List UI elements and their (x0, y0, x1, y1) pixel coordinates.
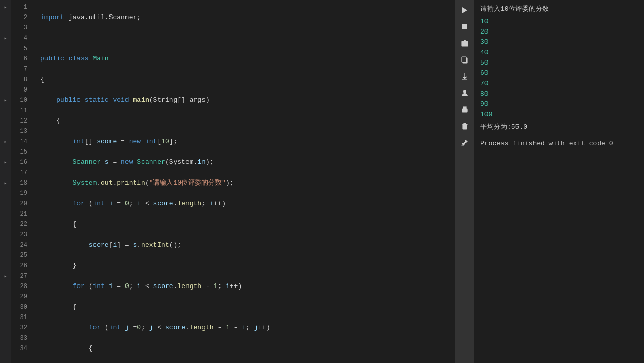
run-button[interactable] (458, 3, 472, 18)
gutter-icon-11 (2, 107, 10, 115)
gutter-icon-12 (2, 117, 10, 125)
output-num-4: 40 (480, 48, 638, 58)
output-process: Process finished with exit code 0 (480, 139, 638, 149)
gutter-icon-26 (2, 262, 10, 270)
output-num-2: 20 (480, 27, 638, 37)
output-num-1: 10 (480, 17, 638, 27)
gutter-icon-19 (2, 189, 10, 198)
svg-rect-5 (462, 57, 466, 62)
gutter-icon-28 (2, 282, 10, 291)
gutter-icon-8 (2, 75, 10, 84)
gutter-icon-22 (2, 220, 10, 229)
svg-marker-0 (462, 7, 467, 13)
gutter-icon-7 (2, 65, 10, 73)
gutter-icon-24 (2, 241, 10, 249)
gutter-icon-15 (2, 148, 10, 156)
gutter-icon-14: ▸ (2, 138, 10, 146)
gutter-icon-9 (2, 86, 10, 94)
gutter-icon-18: ▸ (2, 179, 10, 187)
output-panel: 请输入10位评委的分数 10 20 30 40 50 60 70 80 90 1… (474, 0, 644, 363)
gutter-icon-20 (2, 200, 10, 208)
gutter-icon-31 (2, 313, 10, 322)
gutter-icon-17 (2, 169, 10, 177)
output-num-5: 50 (480, 58, 638, 68)
gutter-icon-30 (2, 303, 10, 311)
gutter-icon-2 (2, 13, 10, 22)
svg-rect-9 (463, 111, 466, 112)
gutter-icon-1: ▸ (2, 3, 10, 11)
gutter-icon-33 (2, 334, 10, 342)
editor-area[interactable]: 1 2 3 4 5 6 7 8 9 10 11 12 13 14 15 16 1… (11, 0, 455, 363)
output-num-6: 60 (480, 68, 638, 79)
svg-point-3 (463, 43, 466, 46)
svg-point-6 (463, 90, 466, 93)
output-num-3: 30 (480, 37, 638, 48)
camera-button[interactable] (458, 36, 472, 51)
gutter-icon-25 (2, 251, 10, 260)
delete-button[interactable] (458, 119, 472, 133)
gutter-icon-3 (2, 24, 10, 32)
gutter-icon-32 (2, 324, 10, 332)
stop-button[interactable] (458, 20, 472, 34)
right-toolbar (455, 0, 474, 363)
gutter-icon-6 (2, 55, 10, 63)
print-button[interactable] (458, 102, 472, 117)
output-num-8: 80 (480, 89, 638, 99)
gutter-icon-13 (2, 127, 10, 135)
svg-rect-11 (463, 124, 467, 129)
gutter-icon-21 (2, 210, 10, 218)
gutter-icon-10: ▸ (2, 96, 10, 104)
gutter-icon-29 (2, 293, 10, 301)
gutter-icon-5 (2, 44, 10, 53)
output-avg: 平均分为:55.0 (480, 122, 638, 132)
user-button[interactable] (458, 86, 472, 100)
line-numbers: 1 2 3 4 5 6 7 8 9 10 11 12 13 14 15 16 1… (11, 0, 32, 363)
gutter-icon-16: ▸ (2, 158, 10, 167)
gutter-icon-4: ▸ (2, 34, 10, 42)
output-num-7: 70 (480, 79, 638, 89)
svg-point-10 (466, 110, 467, 111)
left-gutter: ▸ ▸ ▸ ▸ ▸ ▸ ▸ (0, 0, 11, 363)
import-button[interactable] (458, 69, 472, 84)
output-prompt: 请输入10位评委的分数 (480, 4, 638, 14)
code-content[interactable]: import java.util.Scanner; public class M… (32, 0, 455, 363)
svg-line-14 (462, 145, 463, 146)
pin-button[interactable] (458, 135, 472, 150)
gutter-icon-23 (2, 231, 10, 239)
output-num-10: 100 (480, 110, 638, 120)
copy-button[interactable] (458, 53, 472, 67)
output-num-9: 90 (480, 99, 638, 110)
gutter-icon-27: ▸ (2, 272, 10, 280)
svg-rect-1 (462, 24, 467, 29)
svg-rect-8 (463, 107, 466, 109)
